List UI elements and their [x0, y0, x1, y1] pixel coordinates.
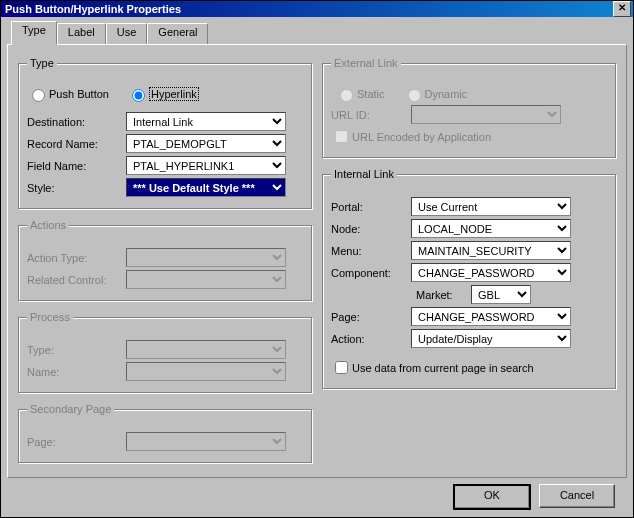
portal-label: Portal: [331, 201, 411, 213]
internal-link-legend: Internal Link [331, 168, 397, 180]
type-group: Type Push Button Hyperlink Destina [18, 57, 312, 209]
actions-group: Actions Action Type: Related Control: [18, 219, 312, 301]
action-label: Action: [331, 333, 411, 345]
url-id-select [411, 105, 561, 124]
push-button-radio[interactable]: Push Button [27, 86, 109, 102]
destination-label: Destination: [27, 116, 126, 128]
actions-legend: Actions [27, 219, 69, 231]
external-link-legend: External Link [331, 57, 401, 69]
destination-select[interactable]: Internal Link [126, 112, 286, 131]
secondary-page-group: Secondary Page Page: [18, 403, 312, 463]
menu-label: Menu: [331, 245, 411, 257]
dialog-footer: OK Cancel [7, 478, 627, 518]
static-radio: Static [335, 86, 385, 102]
tab-label[interactable]: Label [57, 23, 106, 44]
component-label: Component: [331, 267, 411, 279]
style-label: Style: [27, 182, 126, 194]
secondary-page-legend: Secondary Page [27, 403, 114, 415]
window-title: Push Button/Hyperlink Properties [3, 3, 613, 15]
related-control-select [126, 270, 286, 289]
page-select[interactable]: CHANGE_PASSWORD [411, 307, 571, 326]
tab-strip: Type Label Use General [11, 23, 627, 44]
hyperlink-radio[interactable]: Hyperlink [127, 86, 199, 102]
portal-select[interactable]: Use Current [411, 197, 571, 216]
field-name-label: Field Name: [27, 160, 126, 172]
tab-page-type: Type Push Button Hyperlink Destina [7, 44, 627, 478]
url-id-label: URL ID: [331, 109, 411, 121]
market-label: Market: [416, 289, 471, 301]
dynamic-radio: Dynamic [403, 86, 468, 102]
external-link-group: External Link Static Dynamic URL ID: [322, 57, 616, 158]
style-select[interactable]: *** Use Default Style *** [126, 178, 286, 197]
action-type-label: Action Type: [27, 252, 126, 264]
title-bar: Push Button/Hyperlink Properties ✕ [1, 1, 633, 17]
tab-use[interactable]: Use [106, 23, 148, 44]
internal-link-group: Internal Link Portal: Use Current Node: … [322, 168, 616, 389]
left-column: Type Push Button Hyperlink Destina [18, 53, 312, 469]
record-name-select[interactable]: PTAL_DEMOPGLT [126, 134, 286, 153]
dialog-window: Push Button/Hyperlink Properties ✕ Type … [0, 0, 634, 518]
cancel-button[interactable]: Cancel [539, 484, 615, 508]
client-area: Type Label Use General Type Push Button [1, 17, 633, 518]
process-type-label: Type: [27, 344, 126, 356]
url-encoded-checkbox: URL Encoded by Application [331, 127, 491, 146]
menu-select[interactable]: MAINTAIN_SECURITY [411, 241, 571, 260]
page-label: Page: [331, 311, 411, 323]
action-type-select [126, 248, 286, 267]
close-icon[interactable]: ✕ [613, 1, 631, 17]
tab-type[interactable]: Type [11, 21, 57, 45]
process-legend: Process [27, 311, 73, 323]
component-select[interactable]: CHANGE_PASSWORD [411, 263, 571, 282]
process-type-select [126, 340, 286, 359]
right-column: External Link Static Dynamic URL ID: [322, 53, 616, 469]
secondary-page-label: Page: [27, 436, 126, 448]
market-select[interactable]: GBL [471, 285, 531, 304]
process-name-select [126, 362, 286, 381]
field-name-select[interactable]: PTAL_HYPERLINK1 [126, 156, 286, 175]
node-label: Node: [331, 223, 411, 235]
action-select[interactable]: Update/Display [411, 329, 571, 348]
type-legend: Type [27, 57, 57, 69]
tab-general[interactable]: General [147, 23, 208, 44]
process-group: Process Type: Name: [18, 311, 312, 393]
related-control-label: Related Control: [27, 274, 126, 286]
secondary-page-select [126, 432, 286, 451]
record-name-label: Record Name: [27, 138, 126, 150]
ok-button[interactable]: OK [453, 484, 531, 510]
process-name-label: Name: [27, 366, 126, 378]
node-select[interactable]: LOCAL_NODE [411, 219, 571, 238]
use-data-checkbox[interactable]: Use data from current page in search [331, 358, 534, 377]
